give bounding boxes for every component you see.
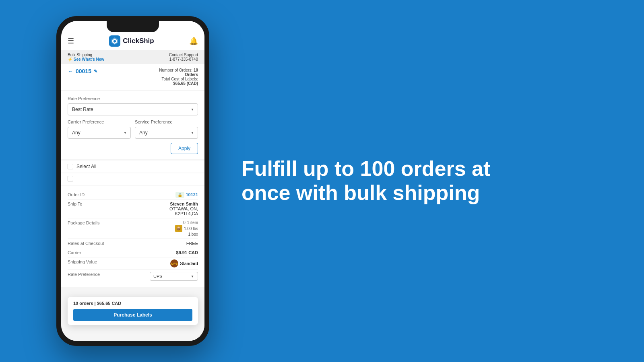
select-all-label: Select All xyxy=(76,164,96,169)
back-arrow-icon[interactable]: ← xyxy=(68,68,73,74)
carrier-preference-label: Carrier Preference xyxy=(68,119,131,124)
back-id: ← 00015 ✎ xyxy=(68,68,97,74)
orders-word: Orders xyxy=(159,72,198,77)
carrier-label: Carrier xyxy=(68,250,81,255)
ups-icon: UPS xyxy=(170,259,178,267)
ship-to-label: Ship To xyxy=(68,202,83,206)
service-preference-select[interactable]: Any xyxy=(135,127,198,139)
rate-preference-section: Rate Preference Best Rate Carrier Prefer… xyxy=(61,91,204,159)
package-box-icon: 📦 xyxy=(175,225,182,232)
rate-preference-select[interactable]: Best Rate xyxy=(68,103,198,115)
shipping-value-label: Shipping Value xyxy=(68,259,97,264)
phone-outer: ☰ ClickShip 🔔 Bulk Shipp xyxy=(56,16,209,346)
carrier-row: Carrier $9.91 CAD xyxy=(68,248,198,257)
apply-btn-row: Apply xyxy=(68,143,198,154)
carrier-logo-row: Shipping Value UPS Standard xyxy=(68,257,198,270)
headline: Fulfill up to 100 orders at once with bu… xyxy=(242,157,612,205)
carrier-select-wrapper: Any xyxy=(68,127,131,139)
bottom-popup: 10 orders | $65.65 CAD Purchase Labels xyxy=(68,297,198,325)
edit-icon[interactable]: ✎ xyxy=(94,69,97,74)
banner-right: Contact Support 1-877-335-8740 xyxy=(169,53,198,62)
total-cost-label: Total Cost of Labels: xyxy=(159,77,198,81)
purchase-labels-button[interactable]: Purchase Labels xyxy=(73,309,192,321)
select-all-checkbox[interactable] xyxy=(68,164,73,169)
logo-area: ClickShip xyxy=(109,35,154,47)
popup-orders-summary: 10 orders | $65.65 CAD xyxy=(73,301,192,306)
order-card: Order ID 🔒 10121 Ship To Steven Smith OT… xyxy=(61,186,204,287)
bell-icon[interactable]: 🔔 xyxy=(189,37,198,45)
rate-pref-row: Rate Preference UPS xyxy=(68,270,198,283)
ship-to-value: Steven Smith OTTAWA, ON, K2P1L4,CA xyxy=(169,202,198,216)
rates-checkout-row: Rates at Checkout FREE xyxy=(68,239,198,248)
logo-icon xyxy=(109,35,120,47)
item-count: 1 item xyxy=(187,220,198,225)
phone-number-label: 1-877-335-8740 xyxy=(169,57,198,62)
package-box-row: 📦 1.00 lbs xyxy=(175,225,198,232)
carrier-preference-group: Carrier Preference Any xyxy=(68,119,131,139)
package-details-label: Package Details xyxy=(68,220,100,225)
bulk-shipping-label: Bulk Shipping xyxy=(68,53,104,57)
num-orders-value: 10 xyxy=(194,68,198,72)
order-id-value: 🔒 10121 xyxy=(175,192,198,197)
right-panel: Fulfill up to 100 orders at once with bu… xyxy=(209,157,644,205)
order-id-row: Order ID 🔒 10121 xyxy=(68,190,198,200)
select-all-row: Select All xyxy=(61,160,204,173)
package-details-row: Package Details 0 1 item 📦 1.00 lbs 1 bo… xyxy=(68,218,198,239)
rate-pref-row-label: Rate Preference xyxy=(68,272,100,277)
banner-left: Bulk Shipping ⚡ See What's New xyxy=(68,53,104,62)
ship-to-row: Ship To Steven Smith OTTAWA, ON, K2P1L4,… xyxy=(68,200,198,218)
apply-button[interactable]: Apply xyxy=(171,143,198,154)
carrier-service-row: Carrier Preference Any Service Preferenc… xyxy=(68,119,198,139)
contact-support-label: Contact Support xyxy=(169,53,198,57)
app-logo-text: ClickShip xyxy=(123,37,154,45)
headline-line2: once with bulk shipping xyxy=(242,181,612,205)
package-count: 0 xyxy=(183,220,186,225)
service-preference-label: Service Preference xyxy=(135,119,198,124)
phone-screen: ☰ ClickShip 🔔 Bulk Shipp xyxy=(61,21,204,341)
order-checkbox[interactable] xyxy=(68,176,73,181)
sub-checkbox-row xyxy=(61,173,204,185)
carrier-value: $9.91 CAD xyxy=(176,250,198,255)
rates-checkout-label: Rates at Checkout xyxy=(68,241,104,246)
package-icons: 0 1 item xyxy=(175,220,198,225)
service-select-wrapper: Any xyxy=(135,127,198,139)
see-whats-new-link[interactable]: ⚡ See What's New xyxy=(68,57,104,62)
rate-pref-row-select-wrapper: UPS xyxy=(150,272,198,281)
rate-preference-label: Rate Preference xyxy=(68,96,198,101)
carrier-logo-area: UPS Standard xyxy=(170,259,198,267)
order-summary: Number of Orders: 10 Orders Total Cost o… xyxy=(159,68,198,86)
rate-pref-row-select[interactable]: UPS xyxy=(150,272,198,281)
hamburger-icon[interactable]: ☰ xyxy=(68,37,74,45)
package-details-value: 0 1 item 📦 1.00 lbs 1 box xyxy=(175,220,198,237)
top-banner: Bulk Shipping ⚡ See What's New Contact S… xyxy=(61,50,204,64)
page-title-row: ← 00015 ✎ Number of Orders: 10 Orders To… xyxy=(61,64,204,90)
rates-checkout-value: FREE xyxy=(186,241,198,246)
carrier-service-name: Standard xyxy=(180,261,198,266)
headline-line1: Fulfill up to 100 orders at xyxy=(242,157,612,181)
order-id-label: Order ID xyxy=(68,192,85,197)
carrier-preference-select[interactable]: Any xyxy=(68,127,131,139)
phone-mockup: ☰ ClickShip 🔔 Bulk Shipp xyxy=(56,16,209,346)
service-preference-group: Service Preference Any xyxy=(135,119,198,139)
rate-preference-select-wrapper: Best Rate xyxy=(68,103,198,115)
num-orders-label: Number of Orders: xyxy=(159,68,192,72)
phone-notch xyxy=(107,21,159,32)
order-number: 00015 xyxy=(76,68,91,74)
total-cost-value: $65.65 (CAD) xyxy=(159,81,198,86)
